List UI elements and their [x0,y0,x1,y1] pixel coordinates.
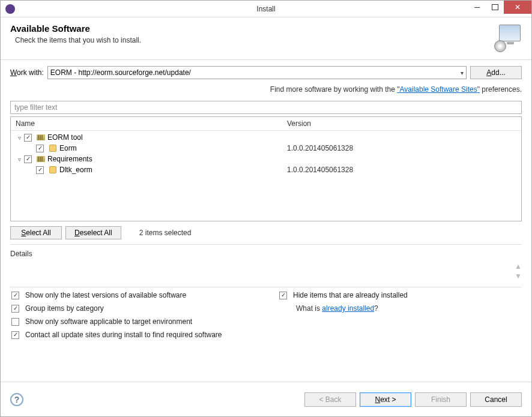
eclipse-icon [5,4,15,14]
checkbox-icon[interactable] [24,134,32,142]
already-installed-link[interactable]: already installed [322,304,374,313]
window-controls [468,1,531,14]
titlebar: Install [1,1,531,17]
tree-row[interactable]: Dltk_eorm1.0.0.201405061328 [11,164,521,175]
back-button[interactable]: < Back [304,392,356,407]
feature-icon [49,144,57,152]
expander-icon[interactable]: ▿ [16,134,23,141]
what-is-installed: What is already installed? [296,304,522,313]
checkbox-icon[interactable] [11,305,19,313]
tree-row[interactable]: ▿Requirements [11,154,521,164]
checkbox-icon[interactable] [279,292,287,299]
workwith-combo[interactable]: EORM - http://eorm.sourceforge.net/updat… [47,66,467,79]
tree-item-version: 1.0.0.201405061328 [282,166,521,174]
option-row[interactable]: Contact all update sites during install … [10,331,254,339]
category-icon [37,134,45,140]
install-banner-icon [493,23,522,52]
tree-row[interactable]: ▿EORM tool [11,132,521,143]
select-all-button[interactable]: Select All [10,226,62,239]
option-row[interactable]: Show only the latest versions of availab… [10,291,254,299]
maximize-button[interactable] [486,1,504,14]
details-text[interactable]: ▲▼ [10,260,522,282]
checkbox-icon[interactable] [11,292,19,299]
close-button[interactable] [504,1,531,14]
expander-icon[interactable]: ▿ [16,156,23,163]
tree-row[interactable]: Eorm1.0.0.201405061328 [11,143,521,154]
option-row[interactable]: Show only software applicable to target … [10,317,254,326]
chevron-down-icon: ▾ [461,70,464,76]
option-label: Contact all update sites during install … [25,331,222,339]
checkbox-icon[interactable] [24,155,32,163]
available-sites-link[interactable]: Available Software Sites [397,85,480,94]
checkbox-icon[interactable] [11,331,19,339]
wizard-header: Available Software Check the items that … [1,17,531,60]
option-label: Show only the latest versions of availab… [25,291,186,299]
column-version[interactable]: Version [282,117,521,130]
tree-item-label: Dltk_eorm [59,166,92,174]
deselect-all-button[interactable]: Deselect All [65,226,121,239]
feature-icon [49,166,57,174]
details-scroll-arrows[interactable]: ▲▼ [515,262,522,280]
tree-item-label: EORM tool [47,133,83,142]
category-icon [37,156,45,162]
cancel-button[interactable]: Cancel [470,392,522,407]
software-tree[interactable]: Name Version ▿EORM toolEorm1.0.0.2014050… [10,116,522,221]
option-row[interactable]: Group items by category [10,304,254,313]
add-site-button[interactable]: Add... [470,66,522,79]
workwith-label: Work with: [10,68,44,77]
page-subtitle: Check the items that you wish to install… [15,36,141,44]
filter-input[interactable]: type filter text [10,101,522,114]
window-title: Install [256,5,275,13]
minimize-button[interactable] [468,1,486,14]
selection-count: 2 items selected [139,229,192,237]
divider [10,287,522,287]
tree-item-version: 1.0.0.201405061328 [282,144,521,152]
workwith-value: EORM - http://eorm.sourceforge.net/updat… [50,68,191,77]
next-button[interactable]: Next > [360,392,411,407]
option-hide-installed[interactable]: Hide items that are already installed [278,291,522,299]
find-more-text: Find more software by working with the A… [10,85,522,94]
tree-header: Name Version [11,117,521,131]
help-icon[interactable]: ? [10,393,23,406]
tree-item-label: Eorm [59,144,77,152]
details-label: Details [10,250,522,258]
page-title: Available Software [10,23,141,34]
checkbox-icon[interactable] [36,166,44,174]
option-label: Show only software applicable to target … [25,317,192,326]
column-name[interactable]: Name [11,117,282,130]
wizard-footer: ? < Back Next > Finish Cancel [1,382,531,416]
tree-item-label: Requirements [47,155,92,163]
option-label: Group items by category [25,304,104,313]
divider [10,244,522,245]
checkbox-icon[interactable] [11,318,19,326]
finish-button[interactable]: Finish [415,392,467,407]
checkbox-icon[interactable] [36,145,44,152]
